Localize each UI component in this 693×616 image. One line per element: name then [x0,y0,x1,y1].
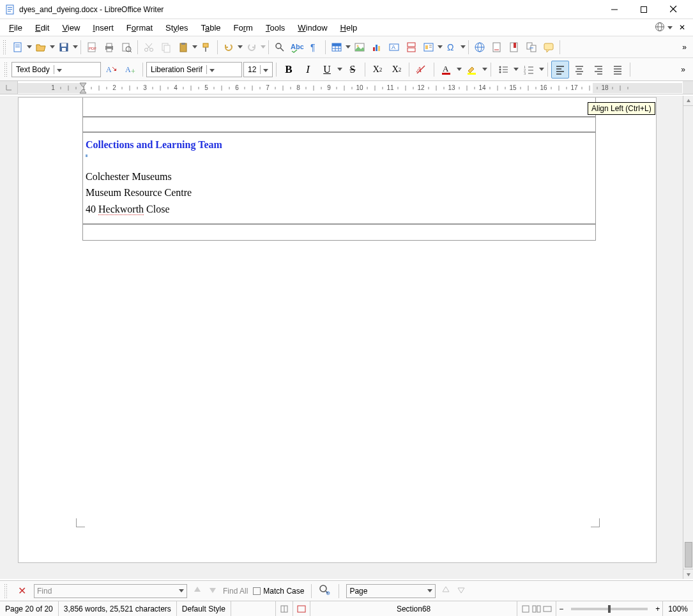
menu-file[interactable]: File [4,21,27,34]
horizontal-ruler[interactable]: 1123456789101112131415161718 [18,81,683,94]
menu-table[interactable]: Table [195,21,225,34]
maximize-button[interactable] [629,0,659,19]
navigate-prev-button[interactable] [441,585,451,597]
table-dropdown[interactable] [346,39,351,56]
toolbar-overflow[interactable]: » [678,43,690,52]
font-name-combo[interactable]: Liberation Serif [146,62,242,77]
heading-text[interactable]: Collections and Learning Team [86,137,593,153]
body-line[interactable]: Colchester Museums [86,169,593,185]
insert-footnote-button[interactable] [489,39,505,56]
menu-styles[interactable]: Styles [160,21,193,34]
menu-format[interactable]: Format [121,21,158,34]
zoom-in-button[interactable]: + [653,605,662,613]
menu-tools[interactable]: Tools [261,21,290,34]
insert-page-break-button[interactable] [403,39,420,56]
close-doc-icon[interactable]: ✕ [679,23,685,32]
new-dropdown[interactable] [27,39,32,56]
print-preview-button[interactable] [118,39,135,56]
highlight-dropdown[interactable] [482,61,487,78]
minimize-button[interactable] [600,0,629,19]
new-button[interactable] [10,39,26,56]
print-button[interactable] [101,39,118,56]
chevron-down-icon[interactable] [667,26,673,29]
menu-insert[interactable]: Insert [88,21,119,34]
save-dropdown[interactable] [73,39,78,56]
insert-cross-ref-button[interactable] [523,39,540,56]
superscript-button[interactable]: X2 [369,61,386,79]
status-selection-mode[interactable] [293,601,310,616]
insert-hyperlink-button[interactable] [471,39,488,56]
close-findbar-button[interactable]: ✕ [15,585,29,597]
subscript-button[interactable]: X2 [388,61,406,79]
insert-textbox-button[interactable]: A [386,39,402,56]
globe-icon[interactable] [655,22,665,34]
underline-dropdown[interactable] [337,61,342,78]
find-prev-button[interactable] [192,585,202,597]
status-insert-mode[interactable] [276,601,293,616]
menu-form[interactable]: Form [229,21,258,34]
find-input[interactable]: Find [34,584,187,598]
paragraph-style-combo[interactable]: Text Body [11,62,101,77]
status-pagestyle[interactable]: Default Style [177,601,231,616]
redo-dropdown[interactable] [261,39,266,56]
strikethrough-button[interactable]: S [344,61,362,79]
body-line[interactable]: 40 Heckworth Close [86,201,593,218]
undo-dropdown[interactable] [238,39,243,56]
insert-image-button[interactable] [351,39,368,56]
align-right-button[interactable] [590,61,607,79]
align-center-button[interactable] [570,61,588,79]
bold-button[interactable]: B [280,61,298,79]
toolbar-grip[interactable] [3,40,6,55]
menu-help[interactable]: Help [335,21,363,34]
status-view-buttons[interactable] [517,601,556,616]
underline-button[interactable]: U [318,61,336,79]
document-area[interactable]: Collections and Learning Team Colchester… [0,96,683,579]
menu-edit[interactable]: Edit [30,21,54,34]
highlight-button[interactable] [463,61,481,79]
status-language[interactable] [231,601,276,616]
zoom-out-button[interactable]: − [556,601,566,616]
number-list-button[interactable]: 123 [520,61,538,79]
copy-button[interactable] [158,39,174,56]
paste-dropdown[interactable] [192,39,197,56]
clone-formatting-button[interactable] [198,39,215,56]
formatting-marks-button[interactable]: ¶ [306,39,323,56]
insert-field-button[interactable] [420,39,437,56]
find-all-button[interactable]: Find All [223,587,248,596]
undo-button[interactable] [220,39,237,56]
open-dropdown[interactable] [50,39,55,56]
align-left-button[interactable] [551,61,569,79]
open-button[interactable] [33,39,49,56]
navigate-by-combo[interactable]: Page [346,584,436,598]
spellcheck-button[interactable]: Abc [289,39,305,56]
match-case-checkbox[interactable]: Match Case [253,587,304,596]
find-replace-button[interactable] [271,39,288,56]
bullet-list-button[interactable] [494,61,512,79]
clear-formatting-button[interactable]: A [413,61,430,79]
body-line[interactable]: Museum Resource Centre [86,184,593,201]
insert-special-char-button[interactable]: Ω [443,39,460,56]
status-wordcount[interactable]: 3,856 words, 25,521 characters [59,601,177,616]
new-style-button[interactable]: A+ [121,61,139,79]
font-color-dropdown[interactable] [457,61,462,78]
status-page[interactable]: Page 20 of 20 [0,601,59,616]
insert-comment-button[interactable] [540,39,557,56]
redo-button[interactable] [243,39,260,56]
toolbar-grip[interactable] [4,583,8,599]
find-other-options-button[interactable]: ⚙ [319,584,331,597]
ruler-corner[interactable] [0,81,18,94]
number-dropdown[interactable] [539,61,544,78]
save-button[interactable] [56,39,72,56]
insert-chart-button[interactable] [369,39,385,56]
status-section[interactable]: Section68 [310,601,517,616]
font-color-button[interactable]: A [438,61,455,79]
zoom-slider[interactable] [571,608,648,610]
vertical-scrollbar[interactable] [683,96,693,579]
close-button[interactable] [659,0,688,19]
menu-view[interactable]: View [57,21,85,34]
export-pdf-button[interactable]: PDF [84,39,100,56]
zoom-value[interactable]: 100% [662,601,693,616]
find-next-button[interactable] [208,585,218,597]
align-justify-button[interactable] [609,61,627,79]
field-dropdown[interactable] [438,39,443,56]
